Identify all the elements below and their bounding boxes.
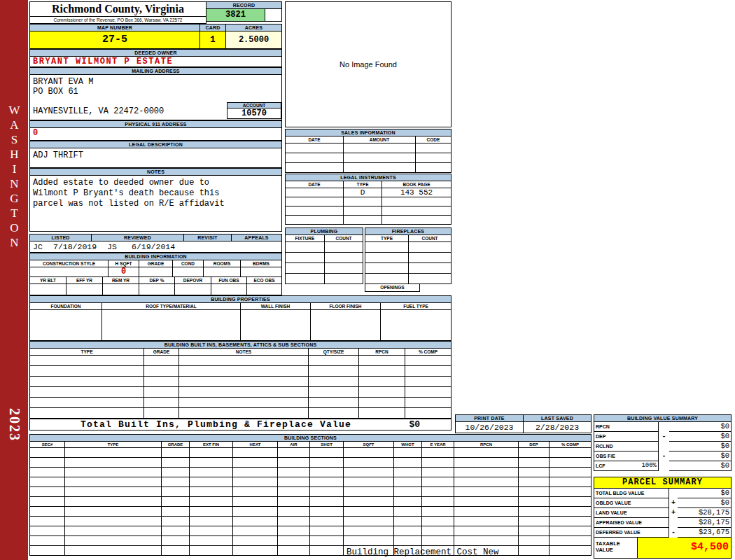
- empty-cell: [344, 487, 394, 497]
- review-section: LISTED REVIEWED REVISIT APPEALS JC 7/18/…: [29, 234, 282, 253]
- cond-value: [173, 267, 204, 277]
- li-col-date: DATE: [286, 181, 344, 188]
- col-dep-pct: DEP %: [139, 277, 175, 284]
- empty-cell: [519, 468, 550, 477]
- reviewed-by-value: JS: [107, 242, 117, 251]
- empty-cell: [309, 387, 359, 398]
- county-header-box: Richmond County, Virginia Commissioner o…: [29, 1, 206, 24]
- empty-cell: [550, 497, 592, 507]
- col-depovr: DEPOVR: [175, 277, 211, 284]
- bvs-name-cell: OBS F/E: [594, 451, 659, 461]
- mailing-line-2: PO BOX 61: [33, 87, 281, 97]
- li-col-bookpage: BOOK PAGE: [382, 181, 451, 188]
- empty-cell: [344, 497, 394, 507]
- empty-cell: [30, 507, 65, 517]
- print-saved-section: PRINT DATE LAST SAVED 10/26/2023 2/28/20…: [455, 414, 592, 433]
- empty-cell: [344, 526, 394, 536]
- taxable-value-label: TAXABLE VALUE: [594, 538, 638, 559]
- empty-cell: [416, 153, 451, 163]
- map-card-acres-box: MAP NUMBER CARD ACRES 27-5 1 2.5000: [29, 24, 282, 49]
- empty-cell: [144, 398, 179, 408]
- ps-row-total-bldg: TOTAL BLDG VALUE $0: [594, 489, 732, 498]
- record-extra-cell: [265, 9, 282, 22]
- empty-cell: [344, 477, 394, 487]
- empty-cell: [325, 242, 363, 253]
- plumbing-col-fixture: FIXTURE: [286, 235, 325, 242]
- empty-cell: [162, 448, 190, 458]
- legal-instrument-empty-row: [286, 197, 451, 206]
- bvs-name-cell: DEP: [594, 432, 659, 442]
- empty-cell: [519, 477, 550, 487]
- empty-cell: [30, 477, 65, 487]
- empty-cell: [310, 546, 344, 556]
- empty-cell: [344, 163, 416, 173]
- empty-cell: [162, 507, 190, 517]
- empty-cell: [454, 526, 519, 536]
- empty-cell: [550, 458, 592, 468]
- building-sections-empty-row: [30, 546, 592, 556]
- ps-row-op: +: [669, 498, 678, 508]
- legal-description-value: ADJ THRIFT: [30, 148, 282, 168]
- physical-address-label: PHYSICAL 911 ADDRESS: [30, 121, 282, 128]
- built-ins-empty-row: [30, 408, 451, 419]
- map-number-value: 27-5: [30, 31, 200, 49]
- building-information-section: BUILDING INFORMATION CONSTRUCTION STYLE …: [29, 253, 282, 295]
- empty-cell: [422, 507, 454, 517]
- fireplaces-empty-row: [365, 263, 451, 274]
- empty-cell: [278, 536, 310, 546]
- empty-cell: [278, 477, 310, 487]
- building-value-summary-label: BUILDING VALUE SUMMARY: [594, 415, 732, 422]
- empty-cell: [144, 408, 179, 419]
- empty-cell: [519, 497, 550, 507]
- bvs-row-name: OBS F/E: [596, 451, 615, 461]
- bvs-row-op: -: [659, 432, 669, 442]
- legal-instruments-section: LEGAL INSTRUMENTS DATE TYPE BOOK PAGE D …: [285, 174, 451, 225]
- empty-cell: [344, 216, 382, 225]
- listed-date-value: 7/18/2019: [53, 242, 97, 251]
- sales-col-amount: AMOUNT: [344, 136, 416, 144]
- rooms-value: [204, 267, 241, 277]
- empty-cell: [394, 507, 422, 517]
- notes-block: Added estate to deeded owner due to Wilm…: [30, 176, 282, 232]
- ps-row-obldg: OBLDG VALUE + $0: [594, 498, 732, 508]
- col-fun-obs: FUN OBS: [211, 277, 247, 284]
- empty-cell: [422, 517, 454, 526]
- physical-address-section: PHYSICAL 911 ADDRESS 0: [29, 120, 282, 141]
- building-value-summary-section: BUILDING VALUE SUMMARY RPCN $0 DEP - $0 …: [594, 414, 732, 471]
- empty-cell: [405, 398, 451, 408]
- empty-cell: [394, 487, 422, 497]
- empty-cell: [179, 366, 309, 377]
- empty-cell: [310, 477, 344, 487]
- listed-by-value: JC: [33, 242, 43, 251]
- bvs-row-op: [659, 422, 669, 432]
- legal-description-label: LEGAL DESCRIPTION: [30, 141, 282, 148]
- empty-cell: [382, 197, 451, 206]
- empty-cell: [394, 458, 422, 468]
- empty-cell: [190, 546, 233, 556]
- taxable-label-line2: VALUE: [596, 547, 637, 553]
- ps-row-value: $28,175: [678, 518, 732, 528]
- empty-cell: [233, 477, 278, 487]
- plumbing-empty-row: [286, 263, 363, 274]
- foundation-value: [30, 310, 102, 341]
- parcel-summary-header: PARCEL SUMMARY: [594, 477, 732, 489]
- bvs-row-rclnd: RCLND $0: [594, 442, 732, 451]
- empty-cell: [416, 163, 451, 173]
- ps-row-op: +: [669, 508, 678, 518]
- empty-cell: [65, 546, 162, 556]
- empty-cell: [65, 526, 162, 536]
- empty-cell: [309, 398, 359, 408]
- fun-obs-value: [211, 284, 247, 295]
- col-eco-obs: ECO OBS: [247, 277, 282, 284]
- ps-row-name: APPRAISED VALUE: [594, 518, 669, 528]
- building-sections-table: BUILDING SECTIONS SEC# TYPE GRADE EXT FI…: [29, 434, 592, 556]
- empty-cell: [454, 487, 519, 497]
- card-label: CARD: [200, 24, 226, 31]
- empty-cell: [519, 458, 550, 468]
- bs-col-whgt: WHGT: [394, 442, 422, 448]
- bi-col-comp: % COMP: [405, 349, 451, 356]
- fireplaces-col-type: TYPE: [365, 235, 409, 242]
- col-fuel-type: FUEL TYPE: [381, 303, 451, 310]
- mailing-address-label: MAILING ADDRESS: [30, 68, 282, 75]
- empty-cell: [162, 477, 190, 487]
